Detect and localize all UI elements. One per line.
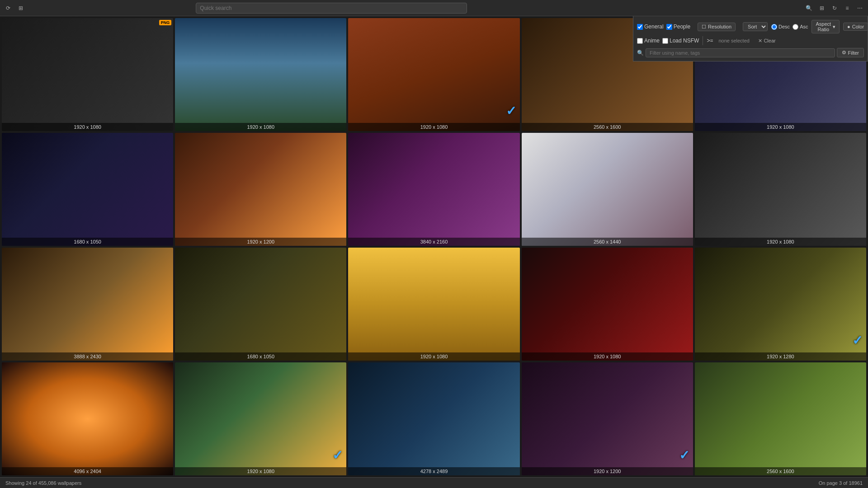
page-number: 3 (839, 480, 842, 486)
thumb-label-15: 1920 x 1280 (695, 352, 866, 361)
filter-row-2: Anime Load NSFW >= none selected ✕ Clear (637, 36, 864, 45)
anime-filters: Anime Load NSFW (637, 38, 699, 44)
showing-label: Showing (5, 480, 24, 486)
thumb-label-12: 1680 x 1050 (175, 352, 346, 361)
sort-order-group: Desc Asc (771, 24, 808, 30)
nsfw-label: Load NSFW (670, 38, 699, 44)
statusbar-left: Showing 24 of 455,086 wallpapers (5, 480, 81, 486)
filter-name-input[interactable] (646, 48, 835, 57)
general-check-input[interactable] (637, 24, 643, 30)
thumb-check-17: ✓ (332, 448, 343, 463)
thumbnail-16[interactable]: 4096 x 2404 (2, 362, 173, 475)
topbar-right: 🔍 ⊞ ↻ ≡ ⋯ (805, 4, 864, 13)
anime-label: Anime (644, 38, 660, 44)
aspect-ratio-chevron: ▾ (833, 24, 835, 30)
resolution-button[interactable]: ☐ Resolution (698, 23, 736, 31)
wallpapers-label: wallpapers (58, 480, 82, 486)
refresh-icon[interactable]: ↻ (830, 4, 839, 13)
thumbnail-18[interactable]: 4278 x 2489 (348, 362, 519, 475)
thumb-label-11: 3888 x 2430 (2, 352, 173, 361)
filter-apply-button[interactable]: ⚙ Filter (837, 48, 864, 57)
general-label: General (644, 23, 664, 30)
sort-select[interactable]: Sort (743, 22, 768, 31)
thumb-label-1: 868 x 488 (2, 123, 173, 131)
clear-x-icon: ✕ (758, 38, 762, 44)
clear-button[interactable]: ✕ Clear (756, 37, 777, 45)
home-icon[interactable]: ⟳ (4, 4, 13, 13)
more-icon[interactable]: ⋯ (855, 4, 864, 13)
thumb-label-6: 1680 x 1050 (2, 238, 173, 246)
layout-icon[interactable]: ⊞ (817, 4, 826, 13)
thumb-label-7: 1920 x 1200 (175, 238, 346, 246)
thumb-badge-1: PNG (159, 20, 172, 25)
statusbar-right: On page 3 of 18961 (819, 480, 863, 486)
statusbar: Showing 24 of 455,086 wallpapers On page… (0, 477, 868, 488)
thumb-check-3: ✓ (506, 103, 516, 118)
thumbnail-15[interactable]: ✓1920 x 1280 (695, 248, 866, 361)
anime-checkbox[interactable]: Anime (637, 38, 660, 44)
showing-count: 24 (26, 480, 31, 486)
filter-row-1: General People ☐ Resolution Sort Desc As… (637, 20, 864, 33)
aspect-ratio-label: Aspect Ratio (816, 21, 831, 32)
desc-radio[interactable] (771, 24, 777, 30)
thumbnail-11[interactable]: 3888 x 2430 (2, 248, 173, 361)
thumbnail-12[interactable]: 1680 x 1050 (175, 248, 346, 361)
none-selected-text: none selected (717, 37, 753, 44)
search-bar[interactable] (196, 3, 467, 14)
thumb-label-17: 868 x 488 (175, 467, 346, 475)
thumbnail-3[interactable]: ✓868 x 488 (348, 18, 519, 131)
filter-btn-label: Filter (848, 50, 859, 56)
thumb-label-4: 2560 x 1600 (522, 123, 693, 131)
thumbnail-2[interactable]: 868 x 488 (175, 18, 346, 131)
thumb-check-19: ✓ (679, 448, 689, 463)
thumbnail-8[interactable]: 3840 x 2160 (348, 133, 519, 246)
on-page-label: On page (819, 480, 838, 486)
category-filters: General People (637, 23, 690, 30)
thumbnail-14[interactable]: 868 x 488 (522, 248, 693, 361)
thumbnail-10[interactable]: 868 x 488 (695, 133, 866, 246)
thumbnail-20[interactable]: 2560 x 1600 (695, 362, 866, 475)
thumb-label-14: 868 x 488 (522, 352, 693, 361)
grid-icon[interactable]: ⊞ (16, 4, 25, 13)
filter-search-icon: 🔍 (637, 50, 644, 56)
color-button[interactable]: ● Color (843, 23, 868, 31)
filter-icon-small: ⚙ (842, 50, 846, 56)
nsfw-checkbox[interactable]: Load NSFW (662, 38, 699, 44)
thumb-check-15: ✓ (852, 333, 863, 348)
aspect-ratio-button[interactable]: Aspect Ratio ▾ (811, 20, 840, 33)
filter-panel: General People ☐ Resolution Sort Desc As… (633, 16, 868, 61)
total-count: 455,086 (38, 480, 57, 486)
thumb-label-20: 2560 x 1600 (695, 467, 866, 475)
resolution-prefix: >= (707, 38, 713, 44)
people-check-input[interactable] (666, 24, 672, 30)
desc-radio-label[interactable]: Desc (771, 24, 790, 30)
thumb-label-5: 868 x 488 (695, 123, 866, 131)
topbar: ⟳ ⊞ 🔍 ⊞ ↻ ≡ ⋯ (0, 0, 868, 16)
thumbnail-7[interactable]: 1920 x 1200 (175, 133, 346, 246)
thumbnail-1[interactable]: PNG1920 x 1080 (2, 18, 173, 131)
thumb-label-13: 868 x 488 (348, 352, 519, 361)
of-label: of (33, 480, 37, 486)
thumbnail-9[interactable]: 2560 x 1440 (522, 133, 693, 246)
thumbnail-6[interactable]: 1680 x 1050 (2, 133, 173, 246)
thumb-label-16: 4096 x 2404 (2, 467, 173, 475)
filter-icon[interactable]: ≡ (843, 4, 852, 13)
divider-3 (703, 36, 703, 45)
thumb-label-2: 868 x 488 (175, 123, 346, 131)
asc-radio-label[interactable]: Asc (793, 24, 808, 30)
asc-radio[interactable] (793, 24, 798, 30)
thumbnail-13[interactable]: 868 x 488 (348, 248, 519, 361)
clear-label: Clear (764, 38, 775, 43)
thumbnail-17[interactable]: ✓868 x 488 (175, 362, 346, 475)
desc-label: Desc (778, 24, 790, 29)
thumb-label-10: 868 x 488 (695, 238, 866, 246)
resolution-icon: ☐ (702, 24, 706, 30)
thumbnail-19[interactable]: ✓1920 x 1200 (522, 362, 693, 475)
nsfw-check-input[interactable] (662, 38, 668, 44)
anime-check-input[interactable] (637, 38, 643, 44)
search-input[interactable] (200, 5, 463, 11)
people-checkbox[interactable]: People (666, 23, 690, 30)
search-icon[interactable]: 🔍 (805, 4, 814, 13)
general-checkbox[interactable]: General (637, 23, 664, 30)
color-dot-icon: ● (847, 24, 850, 29)
